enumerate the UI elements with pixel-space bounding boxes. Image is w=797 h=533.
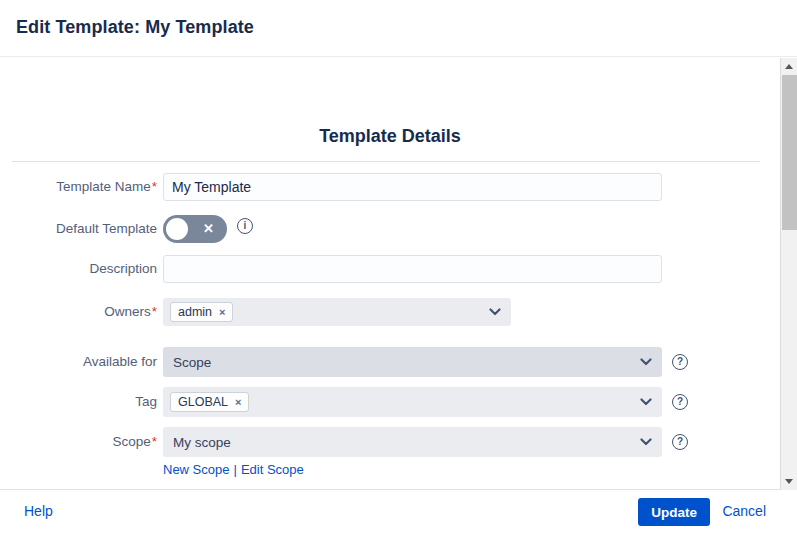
owners-label: Owners*: [0, 304, 157, 320]
description-input[interactable]: [163, 255, 662, 283]
link-separator: |: [233, 462, 236, 477]
help-icon[interactable]: ?: [672, 434, 688, 450]
help-icon[interactable]: ?: [672, 354, 688, 370]
chevron-down-icon: [640, 398, 652, 406]
scope-select[interactable]: My scope: [163, 427, 662, 457]
dialog-body: Template Details Template Name* Default …: [0, 58, 780, 490]
scope-links: New Scope|Edit Scope: [163, 462, 304, 477]
chip-remove-icon[interactable]: ×: [219, 306, 225, 318]
dialog-title: Edit Template: My Template: [16, 17, 254, 38]
toggle-off-icon: ✕: [203, 221, 214, 237]
edit-template-dialog: Edit Template: My Template Template Deta…: [0, 0, 797, 533]
edit-scope-link[interactable]: Edit Scope: [241, 462, 304, 477]
arrow-up-icon: [785, 64, 793, 69]
scope-label: Scope*: [0, 434, 157, 450]
owners-chip: admin ×: [170, 302, 233, 322]
description-label: Description: [0, 261, 157, 277]
available-for-value: Scope: [173, 355, 211, 370]
scope-value: My scope: [173, 435, 231, 450]
cancel-link[interactable]: Cancel: [722, 503, 766, 519]
vertical-scrollbar[interactable]: [780, 58, 797, 490]
update-button[interactable]: Update: [638, 498, 710, 526]
scroll-down-button[interactable]: [781, 473, 797, 490]
required-asterisk: *: [152, 304, 157, 319]
default-template-toggle[interactable]: ✕: [163, 215, 227, 243]
dialog-footer: Help Update Cancel: [0, 491, 797, 533]
info-icon[interactable]: i: [237, 218, 253, 234]
owners-chip-label: admin: [178, 305, 212, 319]
tag-label: Tag: [0, 394, 157, 410]
available-for-label: Available for: [0, 354, 157, 370]
default-template-label: Default Template: [0, 221, 157, 237]
available-for-select[interactable]: Scope: [163, 347, 662, 377]
scroll-up-button[interactable]: [781, 58, 797, 75]
toggle-knob: [166, 218, 188, 240]
help-link[interactable]: Help: [24, 503, 53, 519]
required-asterisk: *: [152, 179, 157, 194]
arrow-down-icon: [785, 479, 793, 484]
template-name-label: Template Name*: [0, 179, 157, 195]
dialog-header: Edit Template: My Template: [0, 0, 797, 57]
scrollbar-thumb[interactable]: [782, 75, 797, 230]
chevron-down-icon: [640, 438, 652, 446]
required-asterisk: *: [152, 434, 157, 449]
new-scope-link[interactable]: New Scope: [163, 462, 229, 477]
section-divider: [12, 161, 760, 162]
chevron-down-icon: [489, 308, 501, 316]
chip-remove-icon[interactable]: ×: [235, 396, 241, 408]
help-icon[interactable]: ?: [672, 394, 688, 410]
owners-select[interactable]: admin ×: [163, 298, 511, 326]
template-name-input[interactable]: [163, 173, 662, 201]
tag-chip: GLOBAL ×: [170, 392, 249, 412]
chevron-down-icon: [640, 358, 652, 366]
tag-select[interactable]: GLOBAL ×: [163, 387, 662, 417]
section-title: Template Details: [0, 126, 780, 147]
tag-chip-label: GLOBAL: [178, 395, 228, 409]
